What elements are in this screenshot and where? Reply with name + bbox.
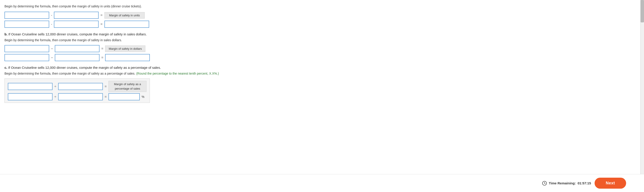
time-value: 01:57:15 <box>578 181 591 185</box>
section-c-row2-operator: ÷ <box>54 95 56 99</box>
section-b-row2-equals: = <box>101 56 103 60</box>
section-a-row1: - = Margin of safety in units <box>4 12 331 19</box>
section-c: c. If Ocean Cruiseline sells 12,000 dinn… <box>4 66 331 103</box>
section-b-formula: – = Margin of safety in dollars – = <box>4 45 331 61</box>
section-c-green-note-text: (Round the percentage to the nearest ten… <box>136 72 219 75</box>
section-c-formula: ÷ = Margin of safety as a percentage of … <box>4 78 331 103</box>
section-c-instruction: Begin by determining the formula, then c… <box>4 72 331 75</box>
next-button[interactable]: Next <box>594 178 626 189</box>
section-a-row2: - = <box>4 21 331 28</box>
scrollbar-thumb[interactable] <box>640 0 644 22</box>
top-description: Begin by determining the formula, then c… <box>4 5 331 8</box>
footer: Time Remaining: 01:57:15 Next <box>0 174 644 192</box>
section-b-row2: – = <box>4 54 331 61</box>
section-b-instruction: Begin by determining the formula, then c… <box>4 38 331 42</box>
section-c-title: c. If Ocean Cruiseline sells 12,000 dinn… <box>4 66 331 69</box>
scrollbar-track[interactable] <box>640 0 644 192</box>
section-b-title: b. If Ocean Cruiseline sells 12,000 dinn… <box>4 32 331 36</box>
section-c-row1-input1[interactable] <box>8 83 52 90</box>
section-b-row1-input1[interactable] <box>4 45 49 52</box>
section-c-row2-result[interactable] <box>108 93 140 100</box>
section-b-title-span: If Ocean Cruiseline sells 12,000 dinner … <box>8 32 147 36</box>
section-b-heading: b. <box>4 32 8 36</box>
section-a-row1-equals: = <box>100 13 102 17</box>
time-label: Time Remaining: <box>549 181 576 185</box>
section-a-row2-input2[interactable] <box>54 21 98 28</box>
section-b-row1-operator: – <box>51 47 53 51</box>
section-b-row1-equals: = <box>101 47 103 51</box>
section-c-row1-operator: ÷ <box>54 84 56 89</box>
section-c-inner-row1: ÷ = Margin of safety as a percentage of … <box>8 81 146 92</box>
clock-icon <box>542 181 547 186</box>
section-b-row2-input2[interactable] <box>55 54 100 61</box>
time-remaining: Time Remaining: 01:57:15 <box>542 181 591 186</box>
section-a-row1-operator: - <box>51 13 52 17</box>
section-c-row1: ÷ = Margin of safety as a percentage of … <box>4 78 331 103</box>
section-c-instruction-text: Begin by determining the formula, then c… <box>4 72 135 75</box>
section-c-row2-equals: = <box>105 95 107 99</box>
section-a-row2-input1[interactable] <box>4 21 49 28</box>
section-b-row1-input2[interactable] <box>55 45 100 52</box>
section-b-row2-input1[interactable] <box>4 54 49 61</box>
section-a-formula-label: Margin of safety in units <box>104 12 145 19</box>
section-c-row2-input1[interactable] <box>8 93 52 100</box>
section-c-label-line2: percentage of sales <box>112 86 143 91</box>
section-a-row1-input2[interactable] <box>54 12 98 19</box>
section-a-row2-operator: - <box>51 22 52 26</box>
section-a-formula: - = Margin of safety in units - = <box>4 12 331 28</box>
section-c-heading: c. <box>4 66 8 69</box>
section-b: b. If Ocean Cruiseline sells 12,000 dinn… <box>4 32 331 61</box>
section-a-row2-result[interactable] <box>104 21 149 28</box>
section-a-row1-input1[interactable] <box>4 12 49 19</box>
section-c-pct-symbol: % <box>142 95 144 99</box>
section-a-row2-equals: = <box>100 22 102 26</box>
section-b-row2-operator: – <box>51 56 53 60</box>
section-c-title-span: If Ocean Cruiseline sells 12,000 dinner … <box>8 66 161 69</box>
section-c-label-line1: Margin of safety as a <box>112 82 143 86</box>
section-c-row1-input2[interactable] <box>58 83 103 90</box>
section-b-row2-result[interactable] <box>105 54 150 61</box>
section-c-row1-equals: = <box>105 84 107 89</box>
section-c-row2-input2[interactable] <box>58 93 103 100</box>
section-c-formula-label: Margin of safety as a percentage of sale… <box>108 81 146 92</box>
section-b-formula-label: Margin of safety in dollars <box>105 46 145 52</box>
section-c-formula-box: ÷ = Margin of safety as a percentage of … <box>4 78 150 103</box>
section-b-row1: – = Margin of safety in dollars <box>4 45 331 52</box>
section-c-inner-row2: ÷ = % <box>8 93 146 100</box>
